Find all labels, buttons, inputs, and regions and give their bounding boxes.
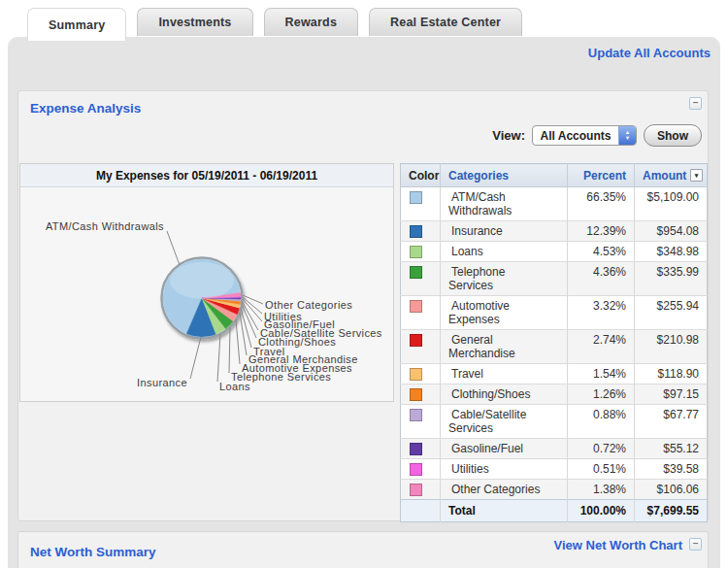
pie-leader-line	[242, 301, 258, 330]
amount-sort-icon[interactable]: ▾	[690, 169, 703, 182]
table-row: Loans4.53%$348.98	[401, 242, 708, 262]
total-amount: $7,699.55	[635, 500, 708, 522]
percent-cell: 0.88%	[568, 405, 635, 439]
percent-cell: 3.32%	[568, 296, 635, 330]
category-cell: Clothing/Shoes	[441, 384, 568, 405]
category-cell: Telephone Services	[441, 262, 568, 296]
category-cell: Loans	[441, 242, 568, 262]
pie-leader-line	[190, 337, 201, 379]
tab-bar: Summary Investments Rewards Real Estate …	[27, 8, 522, 36]
percent-cell: 12.39%	[568, 221, 635, 242]
amount-cell: $67.77	[635, 405, 708, 439]
tab-investments-label: Investments	[158, 16, 231, 29]
pie-label-atm-cash-withdrawals: ATM/Cash Withdrawals	[46, 220, 164, 232]
category-cell: Automotive Expenses	[441, 296, 568, 330]
show-button-label: Show	[657, 129, 688, 143]
amount-cell: $97.15	[635, 384, 708, 405]
table-row: Cable/Satellite Services0.88%$67.77	[401, 405, 708, 439]
table-row: Telephone Services4.36%$335.99	[401, 262, 708, 296]
color-cell	[401, 480, 441, 500]
percent-cell: 66.35%	[568, 187, 635, 221]
percent-cell: 4.36%	[568, 262, 635, 296]
table-row: Other Categories1.38%$106.06	[401, 480, 708, 500]
tab-real-estate-center[interactable]: Real Estate Center	[369, 8, 522, 36]
total-percent: 100.00%	[568, 500, 635, 522]
collapse-expense-button[interactable]: –	[689, 97, 702, 110]
pie-leader-line	[229, 327, 230, 373]
color-cell	[401, 439, 441, 459]
column-header-categories[interactable]: Categories	[441, 164, 568, 187]
color-swatch	[410, 246, 422, 258]
expense-table: Color Categories Percent Amount ▾ ATM/Ca…	[400, 163, 708, 522]
color-swatch	[410, 334, 422, 347]
expense-analysis-section: Expense Analysis – View: All Accounts ▲▼…	[17, 90, 709, 521]
color-cell	[401, 221, 441, 242]
color-cell	[401, 330, 441, 364]
column-header-amount[interactable]: Amount ▾	[635, 164, 708, 187]
amount-cell: $954.08	[635, 221, 708, 242]
color-cell	[401, 459, 441, 480]
color-cell	[401, 405, 441, 439]
pie-leader-line	[236, 319, 240, 364]
update-all-accounts-link[interactable]: Update All Accounts	[588, 46, 711, 60]
amount-cell: $39.58	[635, 459, 708, 480]
table-total-row: Total 100.00% $7,699.55	[401, 500, 708, 522]
show-button[interactable]: Show	[644, 124, 702, 147]
color-cell	[401, 364, 441, 384]
amount-cell: $348.98	[635, 242, 708, 262]
accounts-select[interactable]: All Accounts ▲▼	[532, 125, 637, 146]
percent-cell: 1.26%	[568, 384, 635, 405]
table-row: Clothing/Shoes1.26%$97.15	[401, 384, 708, 405]
amount-cell: $335.99	[635, 262, 708, 296]
table-row: Gasoline/Fuel0.72%$55.12	[401, 439, 708, 459]
net-worth-title: Net Worth Summary	[30, 545, 156, 559]
tab-investments[interactable]: Investments	[137, 8, 252, 36]
category-cell: General Merchandise	[441, 330, 568, 364]
color-swatch	[410, 443, 422, 455]
amount-cell: $210.98	[635, 330, 708, 364]
page: { "tabs": [ {"label": "Summary", "active…	[0, 0, 728, 568]
tab-rewards-label: Rewards	[285, 16, 338, 29]
category-cell: Travel	[441, 364, 568, 384]
main-panel: Update All Accounts Expense Analysis – V…	[8, 37, 720, 568]
column-header-percent[interactable]: Percent	[568, 164, 635, 187]
pie-leader-line	[167, 231, 180, 265]
amount-cell: $5,109.00	[635, 187, 708, 221]
color-swatch	[410, 368, 422, 381]
expense-view-controls: View: All Accounts ▲▼ Show	[492, 124, 702, 147]
percent-cell: 1.54%	[568, 364, 635, 384]
tab-rewards[interactable]: Rewards	[264, 8, 359, 36]
category-cell: ATM/Cash Withdrawals	[441, 187, 568, 221]
view-net-worth-chart-link[interactable]: View Net Worth Chart	[554, 538, 682, 552]
table-row: Travel1.54%$118.90	[401, 364, 708, 384]
percent-cell: 2.74%	[568, 330, 635, 364]
select-stepper-icon: ▲▼	[618, 126, 636, 145]
color-swatch	[410, 300, 422, 313]
table-row: ATM/Cash Withdrawals66.35%$5,109.00	[401, 187, 708, 221]
pie-leader-line	[240, 313, 247, 355]
category-cell: Gasoline/Fuel	[441, 439, 568, 459]
pie-label-utilities: Utilities	[264, 311, 302, 322]
color-swatch	[410, 409, 422, 421]
table-header-row: Color Categories Percent Amount ▾	[401, 164, 708, 187]
table-row: Utilities0.51%$39.58	[401, 459, 708, 480]
chart-title: My Expenses for 05/19/2011 - 06/19/2011	[20, 164, 393, 187]
total-label: Total	[441, 500, 568, 522]
chart-body: ATM/Cash WithdrawalsInsuranceLoansTeleph…	[20, 187, 393, 402]
amount-cell: $255.94	[635, 296, 708, 330]
color-cell	[401, 187, 441, 221]
category-cell: Insurance	[441, 221, 568, 242]
percent-cell: 4.53%	[568, 242, 635, 262]
tab-summary[interactable]: Summary	[27, 8, 126, 41]
accounts-select-value: All Accounts	[533, 129, 618, 143]
total-empty-cell	[401, 500, 441, 522]
category-cell: Other Categories	[441, 480, 568, 500]
percent-cell: 0.72%	[568, 439, 635, 459]
table-row: Insurance12.39%$954.08	[401, 221, 708, 242]
color-swatch	[410, 484, 422, 496]
view-label: View:	[492, 128, 525, 143]
column-header-color: Color	[401, 164, 441, 187]
collapse-net-worth-button[interactable]: –	[689, 538, 702, 551]
percent-cell: 1.38%	[568, 480, 635, 500]
color-cell	[401, 384, 441, 405]
